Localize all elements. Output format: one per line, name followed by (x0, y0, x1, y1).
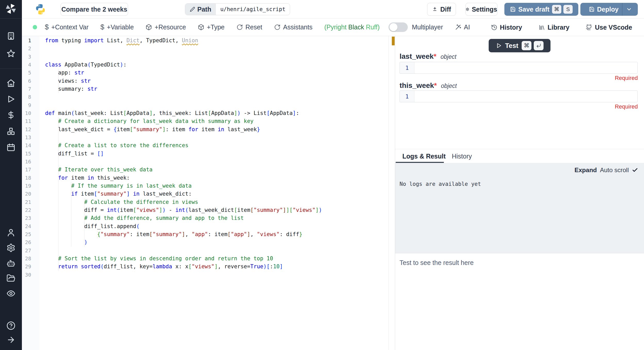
reset-button[interactable]: Reset (236, 23, 262, 31)
line-number: 27 (22, 247, 31, 255)
line-number: 14 (22, 141, 31, 149)
sidebar-item-workspace[interactable] (6, 31, 15, 40)
sidebar-item-favorites[interactable] (6, 49, 15, 58)
sidebar-item-folders[interactable] (6, 274, 15, 283)
wand-sparkles-icon (455, 24, 461, 30)
test-button[interactable]: Test ⌘ (489, 39, 550, 52)
keyboard-shortcut-badge: ⌘ (552, 5, 561, 14)
sidebar-item-variables[interactable] (6, 111, 15, 120)
script-title: Compare the 2 weeks (61, 6, 127, 13)
code-line: 1from typing import List, Dict, TypedDic… (22, 37, 395, 45)
code-line: 26 ) (22, 238, 395, 246)
sidebar-item-schedules[interactable] (6, 143, 15, 152)
history-button[interactable]: History (491, 24, 522, 31)
settings-button[interactable]: Settings (465, 3, 497, 16)
line-number: 3 (22, 53, 31, 61)
line-number: 7 (22, 85, 31, 93)
code-line: 10def main(last_week: List[AppData], thi… (22, 109, 395, 117)
ai-button[interactable]: AI (455, 23, 470, 31)
sidebar-item-settings[interactable] (6, 243, 15, 252)
arg-input-this_week[interactable]: 1 (400, 90, 638, 102)
sidebar-item-audit-logs[interactable] (6, 289, 15, 298)
diff-button[interactable]: Diff (427, 3, 456, 16)
home-icon (6, 79, 15, 88)
windmill-logo-icon[interactable] (5, 3, 16, 14)
sidebar-divider (0, 69, 22, 69)
save-draft-button[interactable]: Save draft ⌘S (504, 3, 578, 16)
line-number: 16 (22, 158, 31, 166)
line-number: 24 (22, 222, 31, 230)
sidebar-item-account[interactable] (6, 228, 15, 237)
line-number: 18 (22, 174, 31, 182)
refresh-icon (274, 24, 281, 30)
add-resource-button[interactable]: +Resource (146, 23, 186, 31)
sidebar-item-expand-sidebar[interactable] (6, 335, 15, 344)
sidebar-item-resources[interactable] (6, 127, 15, 136)
tab-history[interactable]: History (452, 149, 472, 163)
code-line: 19 # If the summary is in last_week data (22, 182, 395, 190)
sidebar-divider (0, 18, 22, 19)
code-line: 15 diff_list = [] (22, 150, 395, 158)
sidebar-item-help[interactable] (6, 321, 15, 330)
code-editor[interactable]: 1from typing import List, Dict, TypedDic… (22, 36, 395, 350)
add-type-button[interactable]: +Type (198, 23, 225, 31)
library-button[interactable]: Library (539, 24, 570, 31)
code-line: 4class AppData(TypedDict): (22, 61, 395, 69)
code-line: 7 summary: str (22, 85, 395, 93)
line-number: 30 (22, 271, 31, 279)
save-icon (589, 6, 595, 12)
line-number: 11 (22, 117, 31, 125)
history-icon (491, 24, 497, 31)
assistants-button[interactable]: Assistants (274, 23, 312, 31)
script-title-input[interactable]: Compare the 2 weeks (61, 3, 128, 16)
gear-icon (6, 243, 15, 252)
sidebar (0, 0, 22, 350)
arg-input-last_week[interactable]: 1 (400, 62, 638, 74)
code-line: 29 return sorted(diff_list, key=lambda x… (22, 263, 395, 271)
deploy-button[interactable]: Deploy (580, 3, 638, 16)
result-placeholder: Test to see the result here (400, 259, 474, 266)
code-line: 28 # Sort the list by views in descendin… (22, 255, 395, 263)
add-variable-button[interactable]: $+Variable (100, 23, 134, 31)
add-context-var-button[interactable]: $+Context Var (45, 23, 89, 31)
sidebar-item-home[interactable] (6, 79, 15, 88)
pencil-icon (190, 7, 195, 12)
line-number: 15 (22, 150, 31, 158)
logs-empty-message: No logs are available yet (400, 181, 481, 187)
line-number: 25 (22, 230, 31, 238)
code-line: 14 # Create a list to store the differen… (22, 141, 395, 149)
line-number: 22 (22, 206, 31, 214)
code-line: 27 (22, 247, 395, 255)
sidebar-item-workers[interactable] (6, 259, 15, 268)
line-number: 4 (22, 61, 31, 69)
code-line: 11 # Create a dictionary for last_week d… (22, 117, 395, 125)
code-line: 21 # Calculate the difference in views (22, 198, 395, 206)
code-line: 18 for item in this_week: (22, 174, 395, 182)
sidebar-item-runs[interactable] (6, 95, 15, 104)
editor-scrollbar[interactable] (388, 36, 389, 350)
user-icon (6, 228, 15, 237)
play-icon (6, 95, 15, 104)
path-edit-button[interactable]: Path (185, 4, 216, 15)
tab-logs-result[interactable]: Logs & Result (402, 149, 446, 163)
path-field[interactable]: Path u/henri/agile_script (185, 3, 290, 15)
deploy-dropdown-button[interactable] (622, 3, 635, 16)
logs-section: Expand Auto scroll No logs are available… (395, 163, 644, 253)
top-bar: Compare the 2 weeks Path u/henri/agile_s… (22, 0, 644, 19)
arg-label-this_week: this_week*object (400, 81, 457, 90)
autoscroll-label[interactable]: Auto scroll (600, 166, 629, 174)
line-number: 19 (22, 182, 31, 190)
code-line: 16 (22, 158, 395, 166)
path-value[interactable]: u/henri/agile_script (216, 4, 290, 15)
gear-icon (466, 6, 469, 12)
dollar-icon (6, 111, 15, 120)
multiplayer-toggle[interactable] (388, 22, 408, 32)
expand-logs-button[interactable]: Expand (574, 166, 597, 174)
line-number: 26 (22, 238, 31, 246)
folder-open-icon (6, 274, 15, 283)
line-number: 5 (22, 69, 31, 77)
arrow-right-icon (6, 335, 15, 344)
building-icon (6, 31, 15, 40)
use-vscode-button[interactable]: Use VScode (586, 24, 632, 31)
check-icon (632, 167, 638, 173)
